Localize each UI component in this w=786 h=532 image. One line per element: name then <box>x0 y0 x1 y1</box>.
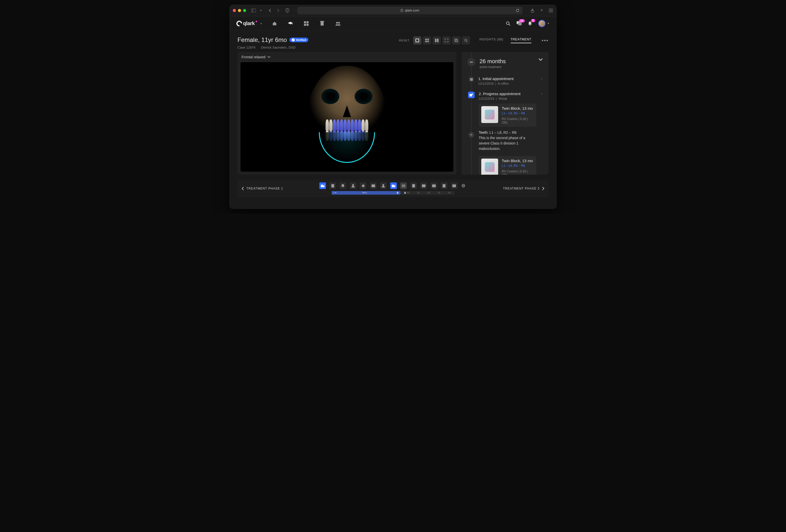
record-14-image-icon[interactable] <box>451 183 458 189</box>
svg-point-21 <box>530 25 531 26</box>
view-grid-button[interactable] <box>423 36 431 45</box>
detail-tabs: INSIGHTS (88) TREATMENT <box>479 38 531 43</box>
minimize-window-button[interactable] <box>238 9 241 12</box>
logo-mark-icon <box>235 20 243 27</box>
record-13-note-icon[interactable] <box>441 183 447 189</box>
appliance-card-2[interactable]: Twin Block, 13 mo L1 – L8, R2 – R6 RX Cu… <box>479 156 536 175</box>
record-8-photo-icon[interactable] <box>390 183 397 189</box>
back-button[interactable] <box>268 8 272 13</box>
brand-dot-icon <box>256 21 257 22</box>
brand-logo[interactable]: qlark ▼ <box>236 21 262 26</box>
svg-rect-51 <box>432 185 436 187</box>
scale-ticks: 1011121314 <box>403 191 455 194</box>
image-viewer: Frontal relaxed <box>237 52 457 175</box>
case-id: Case 12874 <box>237 46 255 49</box>
appointment-1-title[interactable]: 1. Initial appointment <box>478 76 536 81</box>
maximize-window-button[interactable] <box>243 9 246 12</box>
tabs-overview-icon[interactable] <box>549 8 553 13</box>
appliance-thumb-icon <box>481 106 498 123</box>
notifications-button[interactable]: 9 <box>528 21 532 26</box>
chevron-down-icon <box>268 56 271 58</box>
treatment-timeline[interactable]: 26 months active treatment 1. Initial ap… <box>462 52 549 175</box>
address-bar[interactable]: qlark.com <box>297 7 523 14</box>
svg-rect-49 <box>412 184 415 188</box>
insights-tab[interactable]: INSIGHTS (88) <box>479 38 503 43</box>
svg-rect-25 <box>425 41 427 42</box>
education-nav-icon[interactable] <box>287 21 293 26</box>
appliance-2-title: Twin Block, 13 mo <box>502 159 534 163</box>
view-expand-button[interactable] <box>442 36 450 45</box>
more-menu-icon[interactable]: ••• <box>542 38 549 44</box>
scan-canvas[interactable] <box>240 62 454 172</box>
brand-dropdown-caret[interactable]: ▼ <box>260 22 262 25</box>
svg-point-16 <box>338 22 340 24</box>
record-12-image-icon[interactable] <box>431 183 437 189</box>
home-nav-icon[interactable] <box>272 21 277 26</box>
appointment-2-title[interactable]: 2. Progress appointment <box>479 92 536 96</box>
svg-rect-43 <box>371 185 375 187</box>
collapse-summary-button[interactable] <box>538 58 543 69</box>
close-window-button[interactable] <box>233 9 236 12</box>
next-phase-button[interactable]: TREATMENT PHASE 3 <box>503 187 545 190</box>
library-nav-icon[interactable] <box>319 21 325 26</box>
record-5-diamond-icon[interactable] <box>360 183 366 189</box>
treatment-tab[interactable]: TREATMENT <box>511 38 531 43</box>
profile-menu[interactable]: ▼ <box>538 20 550 27</box>
record-9-image-icon[interactable] <box>400 183 407 189</box>
reset-button[interactable]: RESET <box>399 39 410 42</box>
record-11-image-icon[interactable] <box>420 183 427 189</box>
patient-title: Female, 11yr 6mo <box>237 36 287 44</box>
browser-chrome: ▾ qlark.com + <box>229 5 557 16</box>
dashboard-nav-icon[interactable] <box>303 21 309 26</box>
view-overlay-button[interactable] <box>452 36 460 45</box>
record-7-model-icon[interactable] <box>380 183 387 189</box>
appliance-card-1[interactable]: Twin Block, 13 mo L1 – L8, R2 – R6 RX Cu… <box>479 103 536 127</box>
svg-rect-0 <box>251 9 256 12</box>
viewer-mode-dropdown[interactable]: Frontal relaxed <box>237 52 457 62</box>
record-2-note-icon[interactable] <box>329 183 336 189</box>
add-appliance-button[interactable]: + <box>468 132 474 138</box>
svg-point-37 <box>472 94 473 95</box>
brand-name: qlark <box>243 21 255 26</box>
filmstrip: – – – – – – – – – – – – – i <box>319 183 467 195</box>
shield-icon[interactable] <box>285 8 290 13</box>
svg-rect-12 <box>306 24 308 26</box>
header-actions: 23 9 ▼ <box>506 20 550 27</box>
record-1-photo-icon[interactable] <box>319 183 326 189</box>
appointment-1-dot-icon <box>468 76 474 82</box>
view-single-button[interactable] <box>413 36 421 45</box>
record-10-note-icon[interactable] <box>410 183 417 189</box>
view-zoom-button[interactable] <box>462 36 470 45</box>
svg-rect-40 <box>331 184 334 188</box>
svg-rect-29 <box>455 39 457 41</box>
new-tab-icon[interactable]: + <box>539 8 544 13</box>
svg-rect-13 <box>321 22 324 26</box>
svg-rect-3 <box>401 10 403 12</box>
svg-point-33 <box>470 62 471 63</box>
appointment-2-expand-button[interactable]: ⌄ <box>540 92 543 175</box>
record-4-model-icon[interactable] <box>350 183 356 189</box>
view-split-button[interactable] <box>433 36 441 45</box>
appliance-2-teeth-link[interactable]: L1 – L8, R2 – R6 <box>502 164 534 168</box>
share-icon[interactable] <box>530 8 535 13</box>
info-icon[interactable]: i <box>460 183 467 189</box>
page-header: Female, 11yr 6mo ✓ Verified Case 12874 D… <box>229 31 557 52</box>
timeline-scale[interactable]: 1 ● 6mo 1011121314 <box>331 191 455 195</box>
forward-button[interactable] <box>276 8 280 13</box>
record-3-tooth-icon[interactable] <box>340 183 346 189</box>
reload-icon[interactable] <box>515 8 520 13</box>
svg-rect-27 <box>435 39 437 42</box>
chat-button[interactable]: 23 <box>516 21 522 26</box>
appointment-1-expand-button[interactable]: ⌄ <box>540 76 543 86</box>
appliance-1-teeth-link[interactable]: L1 – L8, R2 – R6 <box>502 112 534 115</box>
svg-rect-35 <box>470 78 473 81</box>
prev-phase-button[interactable]: TREATMENT PHASE 1 <box>241 187 283 190</box>
chevron-down-icon: ▼ <box>547 22 550 25</box>
record-6-image-icon[interactable] <box>370 183 377 189</box>
sidebar-toggle-icon[interactable] <box>251 8 256 13</box>
svg-rect-41 <box>352 184 354 187</box>
users-nav-icon[interactable] <box>335 21 341 26</box>
chevron-down-icon[interactable]: ▾ <box>258 8 263 13</box>
search-icon[interactable] <box>506 21 510 26</box>
svg-rect-50 <box>422 185 425 187</box>
